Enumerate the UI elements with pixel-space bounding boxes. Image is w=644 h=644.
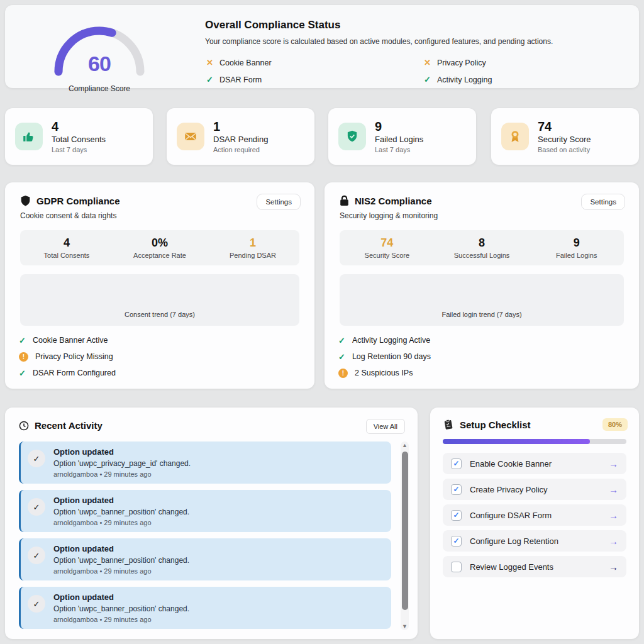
checklist-label: Enable Cookie Banner xyxy=(470,459,609,469)
nis2-stat-value: 74 xyxy=(340,236,435,250)
gdpr-card-title: GDPR Compliance xyxy=(36,196,120,206)
overall-compliance-card: 60 Compliance Score Overall Compliance S… xyxy=(5,5,639,88)
activity-list-item[interactable]: ✓ Option updated Option 'uwpc_banner_pos… xyxy=(19,490,391,532)
gdpr-card-subtitle: Cookie consent & data rights xyxy=(20,211,116,220)
checklist-item-configure-log-retention[interactable]: ✓ Configure Log Retention → xyxy=(443,530,626,552)
gdpr-stat-value: 1 xyxy=(206,236,299,250)
gdpr-status-privacy-policy: ! Privacy Policy Missing xyxy=(19,348,299,365)
nis2-card-subtitle: Security logging & monitoring xyxy=(340,211,438,220)
stat-card-failed-logins: 9 Failed Logins Last 7 days xyxy=(328,108,476,165)
compliance-score-label: Compliance Score xyxy=(49,84,150,93)
activity-meta: arnoldgamboa • 29 minutes ago xyxy=(53,470,191,478)
arrow-right-icon[interactable]: → xyxy=(609,484,618,495)
gdpr-status-dsar-form: ✓ DSAR Form Configured xyxy=(19,365,299,381)
clipboard-icon xyxy=(442,418,455,431)
gdpr-stat-value: 4 xyxy=(20,236,113,250)
checkbox-checked-icon[interactable]: ✓ xyxy=(451,484,462,495)
checklist-item-configure-dsar-form[interactable]: ✓ Configure DSAR Form → xyxy=(443,504,626,526)
recent-activity-title: Recent Activity xyxy=(35,420,103,431)
checkbox-checked-icon[interactable]: ✓ xyxy=(451,510,462,521)
stat-label: Total Consents xyxy=(52,135,106,144)
view-all-button[interactable]: View All xyxy=(366,419,405,434)
activity-meta: arnoldgamboa • 29 minutes ago xyxy=(53,567,189,575)
activity-meta: arnoldgamboa • 29 minutes ago xyxy=(53,616,189,623)
status-label: Cookie Banner Active xyxy=(33,336,108,345)
cross-icon: ✕ xyxy=(206,58,213,67)
progress-badge: 80% xyxy=(602,418,628,431)
checklist-label: Create Privacy Policy xyxy=(470,485,609,494)
check-icon: ✓ xyxy=(424,75,431,84)
checkbox-unchecked-icon[interactable] xyxy=(451,562,462,572)
stat-label: Security Score xyxy=(538,135,591,144)
checklist-label: Configure DSAR Form xyxy=(470,511,609,520)
gdpr-stat-label: Acceptance Rate xyxy=(113,252,206,259)
stat-sublabel: Last 7 days xyxy=(375,146,423,153)
check-circle-icon: ✓ xyxy=(28,498,45,516)
arrow-right-icon[interactable]: → xyxy=(609,510,618,521)
gdpr-stats-strip: 4 Total Consents 0% Acceptance Rate 1 Pe… xyxy=(20,230,299,265)
status-label: Privacy Policy Missing xyxy=(35,352,113,361)
nis2-stat-label: Successful Logins xyxy=(435,252,530,259)
arrow-right-icon[interactable]: → xyxy=(609,458,618,469)
stat-card-security-score: 74 Security Score Based on activity xyxy=(491,108,639,165)
cross-icon: ✕ xyxy=(424,58,431,67)
warning-icon: ! xyxy=(338,369,348,378)
page-title: Overall Compliance Status xyxy=(205,19,553,31)
check-circle-icon: ✓ xyxy=(28,450,45,467)
overall-item-label: Activity Logging xyxy=(437,75,492,84)
stat-label: Failed Logins xyxy=(375,135,423,144)
overall-item-privacy-policy: ✕ Privacy Policy xyxy=(424,54,621,71)
chart-caption: Failed login trend (7 days) xyxy=(340,311,624,318)
checklist-title: Setup Checklist xyxy=(460,419,531,430)
gdpr-stat-value: 0% xyxy=(113,236,206,250)
nis2-settings-button[interactable]: Settings xyxy=(581,194,625,210)
activity-list-item[interactable]: ✓ Option updated Option 'uwpc_banner_pos… xyxy=(19,587,391,629)
gdpr-stat-label: Total Consents xyxy=(20,252,113,259)
activity-scrollbar[interactable]: ▲ ▼ xyxy=(401,441,409,630)
checklist-item-create-privacy-policy[interactable]: ✓ Create Privacy Policy → xyxy=(443,479,626,500)
check-icon: ✓ xyxy=(19,336,26,345)
overall-item-cookie-banner: ✕ Cookie Banner xyxy=(206,54,424,71)
activity-list-item[interactable]: ✓ Option updated Option 'uwpc_privacy_pa… xyxy=(19,441,391,484)
check-icon: ✓ xyxy=(338,352,345,362)
check-circle-icon: ✓ xyxy=(28,595,45,613)
activity-title: Option updated xyxy=(53,496,189,505)
medal-icon xyxy=(501,123,529,150)
failed-login-trend-chart-placeholder: Failed login trend (7 days) xyxy=(340,274,624,326)
nis2-stat-value: 9 xyxy=(529,236,624,250)
arrow-right-icon[interactable]: → xyxy=(609,562,618,572)
nis2-status-log-retention: ✓ Log Retention 90 days xyxy=(338,348,624,365)
activity-list[interactable]: ✓ Option updated Option 'uwpc_privacy_pa… xyxy=(19,441,391,629)
nis2-stat-value: 8 xyxy=(435,236,530,250)
shield-icon xyxy=(338,123,366,150)
overall-item-activity-logging: ✓ Activity Logging xyxy=(424,71,621,88)
checklist-item-review-logged-events[interactable]: Review Logged Events → xyxy=(443,556,626,577)
arrow-right-icon[interactable]: → xyxy=(609,536,618,547)
nis2-stat-label: Security Score xyxy=(340,252,435,259)
compliance-score-gauge: 60 Compliance Score xyxy=(49,19,150,82)
status-label: 2 Suspicious IPs xyxy=(355,369,413,377)
check-icon: ✓ xyxy=(206,75,213,84)
activity-list-item[interactable]: ✓ Option updated Option 'uwpc_banner_pos… xyxy=(19,538,391,580)
thumbs-up-icon xyxy=(15,123,43,150)
checkbox-checked-icon[interactable]: ✓ xyxy=(451,458,462,469)
activity-desc: Option 'uwpc_privacy_page_id' changed. xyxy=(53,459,191,468)
shield-icon xyxy=(20,195,31,207)
checkbox-checked-icon[interactable]: ✓ xyxy=(451,536,462,547)
stat-label: DSAR Pending xyxy=(213,135,268,144)
overall-item-label: DSAR Form xyxy=(219,75,262,84)
gdpr-settings-button[interactable]: Settings xyxy=(257,194,301,210)
activity-desc: Option 'uwpc_banner_position' changed. xyxy=(53,508,189,516)
status-label: Log Retention 90 days xyxy=(352,352,431,361)
scroll-down-icon[interactable]: ▼ xyxy=(401,623,409,630)
stat-value: 1 xyxy=(213,119,268,133)
progress-bar xyxy=(443,439,626,444)
checklist-item-enable-cookie-banner[interactable]: ✓ Enable Cookie Banner → xyxy=(443,453,626,474)
nis2-stats-strip: 74 Security Score 8 Successful Logins 9 … xyxy=(340,230,624,265)
scroll-up-icon[interactable]: ▲ xyxy=(401,442,409,448)
scrollbar-thumb[interactable] xyxy=(402,452,408,610)
recent-activity-card: Recent Activity View All ✓ Option update… xyxy=(5,408,418,639)
setup-checklist-card: Setup Checklist 80% ✓ Enable Cookie Bann… xyxy=(430,408,639,639)
nis2-card-title: NIS2 Compliance xyxy=(355,196,432,206)
gdpr-compliance-card: GDPR Compliance Settings Cookie consent … xyxy=(5,182,314,389)
